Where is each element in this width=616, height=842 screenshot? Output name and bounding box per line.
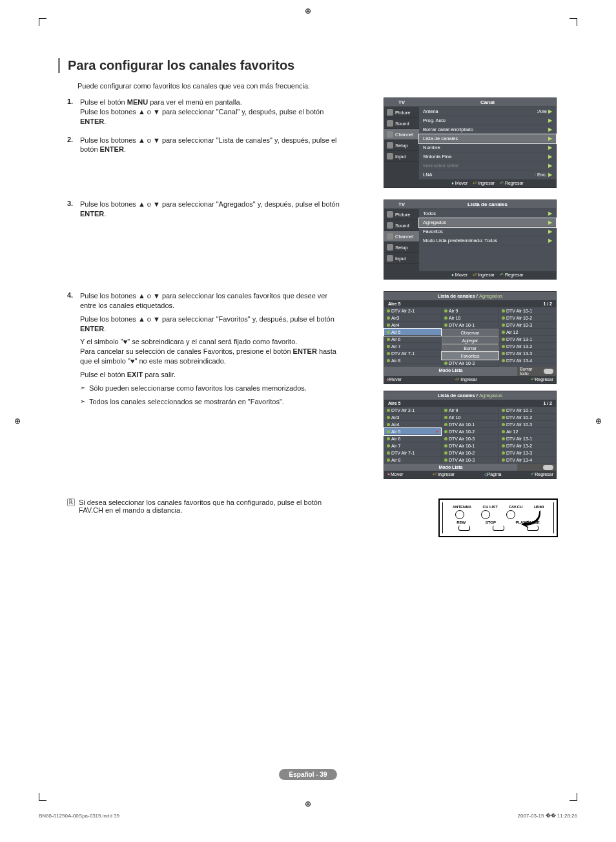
osd-side-item: Picture	[384, 209, 419, 220]
channel-cell: DTV Air 10-3	[442, 360, 498, 367]
crop-mark-left: ⊕	[14, 416, 21, 426]
channel-cell: Air3	[384, 314, 441, 322]
channel-cell: DTV Air 10-2	[499, 314, 556, 322]
channel-cell: DTV Air 10-3	[499, 322, 556, 329]
crop-mark-top: ⊕	[305, 6, 311, 15]
channel-cell: DTV Air 13-1	[499, 336, 556, 343]
osd-side-item: Picture	[384, 107, 419, 118]
channel-cell: DTV Air 2-1	[384, 407, 441, 414]
osd-menu-item: Modo Lista predeterminado: Todos ▶	[419, 236, 556, 245]
channel-cell: Air 5♥	[384, 428, 441, 435]
remote-note-icon: ℝ	[67, 498, 75, 506]
osd-side-item: Setup	[384, 140, 419, 151]
osd-menu-item: Sintonía Fina ▶	[419, 152, 556, 161]
channel-cell: DTV Air 10-1	[442, 442, 498, 449]
channel-list-2: Lista de canales / Agregados Aire 51 / 2…	[384, 391, 557, 479]
osd-canal-menu: TV PictureSoundChannelSetupInput Canal A…	[384, 98, 557, 188]
channel-cell: Borrar	[442, 344, 498, 352]
channel-cell: DTV Air 10-1	[442, 421, 498, 428]
channel-cell: DTV Air 10-1	[499, 407, 556, 414]
print-meta: BN68-01250A-00Spa-0315.indd 392007-03-15…	[39, 813, 577, 819]
osd-menu-item: Antena:Aire ▶	[419, 107, 556, 116]
channel-cell: Air3	[384, 414, 441, 421]
channel-cell: DTV Air 13-4	[499, 357, 556, 364]
channel-cell: Air 12	[499, 329, 556, 336]
remote-note-text: Si desea seleccionar los canales favorit…	[79, 498, 342, 537]
crop-mark-right: ⊕	[595, 416, 602, 426]
channel-cell: DTV Air 13-3	[499, 350, 556, 357]
channel-cell: DTV Air 7-1	[384, 449, 441, 457]
channel-cell: DTV Air 13-2	[499, 442, 556, 449]
intro-text: Puede configurar como favoritos los cana…	[77, 82, 558, 90]
osd-side-item: Setup	[384, 242, 419, 253]
step-4: 4. Pulse los botones ▲ o ▼ para seleccio…	[58, 291, 342, 410]
osd-menu-item: Prog. Auto ▶	[419, 116, 556, 125]
channel-cell: Agregar	[442, 336, 498, 344]
channel-cell: Observar	[442, 329, 498, 336]
crop-mark-bottom: ⊕	[305, 799, 311, 808]
step-1: 1. Pulse el botón MENU para ver el menú …	[58, 98, 342, 130]
osd-menu-item: Intensidad señal ▶	[419, 161, 556, 170]
channel-cell: Air 6	[384, 336, 441, 343]
channel-cell: DTV Air 10-3	[442, 457, 498, 464]
osd-lista-menu: TV PictureSoundChannelSetupInput Lista d…	[384, 200, 557, 280]
osd-footer: ♦ Mover ⏎ Ingresar ↶ Regresar	[419, 180, 556, 187]
page-title: Para configurar los canales favoritos	[60, 58, 558, 73]
osd-menu-item: Todos ▶	[419, 209, 556, 218]
osd-side-item: Input	[384, 253, 419, 264]
osd-menu-item: Borrar canal encriptado ▶	[419, 125, 556, 134]
channel-cell: DTV Air 10-2	[442, 449, 498, 457]
corner-tl	[39, 18, 46, 26]
channel-list-1: Lista de canales / Agregados Aire 51 / 2…	[384, 291, 557, 384]
corner-tr	[570, 18, 577, 26]
osd-side-item: Channel	[384, 129, 419, 140]
osd-footer: ♦ Mover ⏎ Ingresar ↶ Regresar	[419, 271, 556, 279]
channel-cell: Air4	[384, 421, 441, 428]
step-3: 3. Pulse los botones ▲ o ▼ para seleccio…	[58, 200, 342, 223]
osd-side-item: Sound	[384, 220, 419, 231]
channel-cell: DTV Air 10-2	[442, 428, 498, 435]
channel-cell: DTV Air 10-1	[442, 322, 498, 329]
corner-bl	[39, 793, 46, 801]
channel-cell: DTV Air 10-3	[499, 421, 556, 428]
channel-cell: Air4	[384, 322, 441, 329]
channel-cell: DTV Air 13-4	[499, 457, 556, 464]
arrow-icon	[521, 509, 540, 528]
osd-menu-item: Lista de canales ▶	[419, 134, 556, 143]
channel-cell: Air 8	[384, 357, 441, 364]
osd-side-item: Input	[384, 151, 419, 162]
channel-cell: Air 10	[442, 314, 498, 322]
channel-cell: Air 7	[384, 442, 441, 449]
channel-cell: DTV Air 13-2	[499, 343, 556, 350]
channel-cell: Air 12	[499, 428, 556, 435]
osd-menu-item: LNA: Enc. ▶	[419, 170, 556, 180]
channel-cell: Air 6	[384, 435, 441, 442]
osd-side-item: Sound	[384, 118, 419, 129]
channel-cell: DTV Air 13-3	[499, 449, 556, 457]
step-2: 2. Pulse los botones ▲ o ▼ para seleccio…	[58, 136, 342, 159]
channel-cell: DTV Air 10-1	[499, 307, 556, 314]
channel-cell: DTV Air 7-1	[384, 350, 441, 357]
channel-cell: Air 8	[384, 457, 441, 464]
channel-cell: Air 10	[442, 414, 498, 421]
channel-cell: Air 7	[384, 343, 441, 350]
channel-cell: Favoritos	[442, 352, 498, 360]
osd-menu-item: Favoritos ▶	[419, 227, 556, 236]
channel-cell: DTV Air 10-2	[499, 414, 556, 421]
page-footer: Español - 39	[0, 768, 616, 780]
osd-side-item: Channel	[384, 231, 419, 242]
channel-cell: Air 9	[442, 407, 498, 414]
channel-cell: Air 9	[442, 307, 498, 314]
corner-br	[570, 793, 577, 801]
osd-menu-item: Nombre ▶	[419, 143, 556, 152]
channel-cell: DTV Air 13-1	[499, 435, 556, 442]
osd-menu-item: Agregados ▶	[419, 218, 556, 227]
channel-cell: DTV Air 10-3	[442, 435, 498, 442]
channel-cell: Air 5	[384, 329, 441, 336]
remote-diagram: ANTENNACH LISTFAV.CHHDMI REWSTOPPLAY/PAU…	[438, 498, 558, 537]
channel-cell: DTV Air 2-1	[384, 307, 441, 314]
